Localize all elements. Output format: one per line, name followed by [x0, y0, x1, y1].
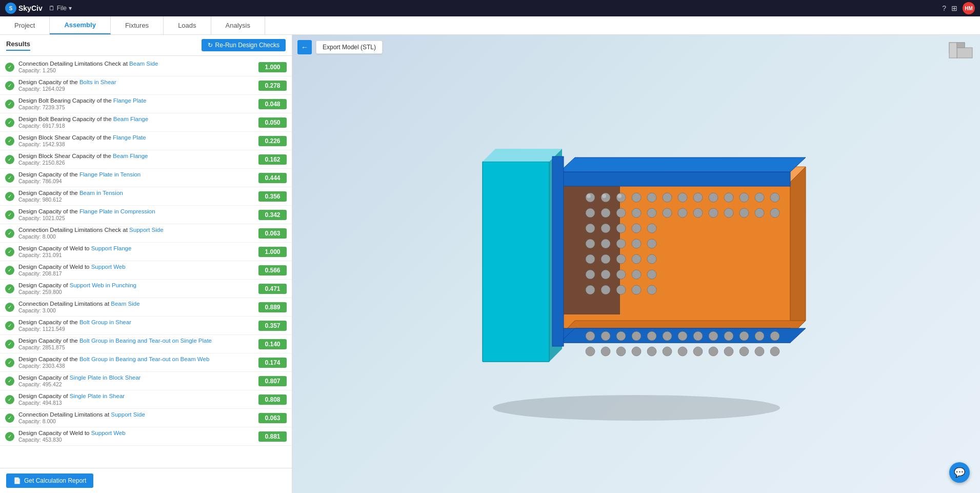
result-badge: 0.357: [258, 321, 287, 331]
calc-report-button[interactable]: 📄 Get Calculation Report: [6, 474, 93, 488]
svg-point-31: [586, 208, 595, 218]
result-capacity: Capacity: 1264.029: [18, 86, 258, 92]
back-button[interactable]: ←: [297, 40, 312, 54]
result-item: ✓ Design Capacity of the Bolt Group in S…: [0, 317, 292, 335]
result-text: Design Capacity of Weld to Support Flang…: [18, 245, 258, 258]
result-badge: 0.808: [258, 395, 287, 405]
check-icon: ✓: [5, 284, 14, 293]
svg-point-4: [493, 395, 780, 421]
svg-marker-10: [790, 167, 806, 336]
tab-project[interactable]: Project: [0, 16, 50, 34]
result-badge: 0.048: [258, 99, 287, 109]
result-title: Design Capacity of the Bolt Group in Bea…: [18, 356, 258, 362]
result-title: Design Capacity of Weld to Support Web: [18, 430, 258, 436]
svg-point-36: [663, 208, 672, 218]
result-title-highlight: Flange Plate in Compression: [79, 208, 155, 214]
result-item: ✓ Design Capacity of Weld to Support Fla…: [0, 243, 292, 261]
view-cube[interactable]: [939, 40, 975, 66]
grid-icon[interactable]: ⊞: [951, 4, 957, 12]
result-capacity: Capacity: 7239.375: [18, 104, 258, 110]
result-text: Design Capacity of Single Plate in Shear…: [18, 393, 258, 406]
result-text: Design Block Shear Capacity of the Flang…: [18, 134, 258, 147]
file-chevron-icon: ▾: [69, 5, 72, 12]
result-title: Design Capacity of the Beam in Tension: [18, 190, 258, 196]
svg-point-69: [586, 331, 595, 341]
result-capacity: Capacity: 1542.938: [18, 141, 258, 147]
svg-point-72: [632, 331, 641, 341]
rerun-icon: ↻: [208, 42, 213, 49]
top-bar-left: S SkyCiv 🗒 File ▾: [5, 3, 72, 14]
tab-analysis[interactable]: Analysis: [211, 16, 265, 34]
svg-point-78: [724, 331, 733, 341]
result-text: Design Bolt Bearing Capacity of the Flan…: [18, 97, 258, 110]
svg-rect-2: [949, 43, 957, 58]
svg-point-29: [755, 193, 764, 202]
svg-point-91: [724, 347, 733, 356]
tab-fixtures[interactable]: Fixtures: [111, 16, 164, 34]
svg-point-77: [709, 331, 718, 341]
result-title-highlight: Beam Side: [129, 61, 158, 67]
export-model-button[interactable]: Export Model (STL): [316, 41, 383, 54]
svg-point-24: [678, 193, 687, 202]
calc-report-icon: 📄: [13, 477, 21, 484]
chat-icon[interactable]: 💬: [949, 462, 970, 483]
svg-rect-17: [564, 186, 620, 314]
svg-point-20: [616, 193, 626, 202]
result-badge: 0.566: [258, 265, 287, 275]
svg-point-62: [632, 270, 641, 279]
result-title: Connection Detailing Limitations Check a…: [18, 61, 258, 67]
svg-point-68: [647, 285, 656, 294]
result-title-highlight: Support Side: [111, 411, 145, 418]
svg-point-54: [586, 254, 595, 264]
svg-point-50: [601, 239, 610, 248]
help-icon[interactable]: ?: [942, 4, 946, 12]
result-badge: 1.000: [258, 247, 287, 257]
svg-point-42: [755, 208, 764, 218]
rerun-button[interactable]: ↻ Re-Run Design Checks: [202, 39, 286, 51]
result-text: Design Capacity of the Bolts in Shear Ca…: [18, 79, 258, 92]
check-icon: ✓: [5, 303, 14, 312]
user-avatar[interactable]: HM: [963, 2, 975, 14]
result-text: Connection Detailing Limitations Check a…: [18, 227, 258, 240]
svg-point-33: [616, 208, 626, 218]
svg-rect-5: [483, 162, 549, 362]
svg-point-28: [739, 193, 749, 202]
result-text: Design Capacity of the Flange Plate in C…: [18, 208, 258, 221]
svg-point-22: [647, 193, 656, 202]
check-icon: ✓: [5, 118, 14, 127]
svg-point-49: [586, 239, 595, 248]
result-capacity: Capacity: 2303.438: [18, 363, 258, 369]
svg-point-74: [663, 331, 672, 341]
svg-point-97: [617, 194, 622, 198]
result-badge: 0.050: [258, 117, 287, 128]
svg-point-92: [739, 347, 749, 356]
result-item: ✓ Design Capacity of Support Web in Punc…: [0, 280, 292, 298]
svg-point-96: [602, 194, 606, 198]
svg-marker-7: [483, 149, 562, 162]
result-item: ✓ Design Capacity of the Bolt Group in B…: [0, 353, 292, 372]
check-icon: ✓: [5, 155, 14, 164]
results-tab[interactable]: Results: [6, 40, 30, 51]
result-title-highlight: Flange Plate in Tension: [79, 171, 141, 178]
file-menu[interactable]: 🗒 File ▾: [49, 5, 72, 12]
result-text: Design Capacity of the Beam in Tension C…: [18, 190, 258, 203]
result-title-highlight: Beam in Tension: [79, 190, 123, 196]
file-icon: 🗒: [49, 5, 55, 12]
svg-point-70: [601, 331, 610, 341]
result-badge: 0.174: [258, 358, 287, 368]
svg-point-87: [663, 347, 672, 356]
result-item: ✓ Design Capacity of the Beam in Tension…: [0, 187, 292, 206]
tab-loads[interactable]: Loads: [164, 16, 211, 34]
check-icon: ✓: [5, 340, 14, 349]
svg-point-25: [693, 193, 703, 202]
result-title-highlight: Support Flange: [91, 245, 132, 251]
result-badge: 0.889: [258, 302, 287, 312]
svg-point-48: [647, 224, 656, 233]
tab-assembly[interactable]: Assembly: [50, 16, 110, 34]
result-text: Design Capacity of Single Plate in Block…: [18, 374, 258, 387]
svg-rect-16: [552, 156, 564, 346]
result-item: ✓ Design Capacity of Single Plate in She…: [0, 390, 292, 409]
svg-point-64: [586, 285, 595, 294]
svg-point-79: [739, 331, 749, 341]
result-capacity: Capacity: 2851.875: [18, 344, 258, 350]
